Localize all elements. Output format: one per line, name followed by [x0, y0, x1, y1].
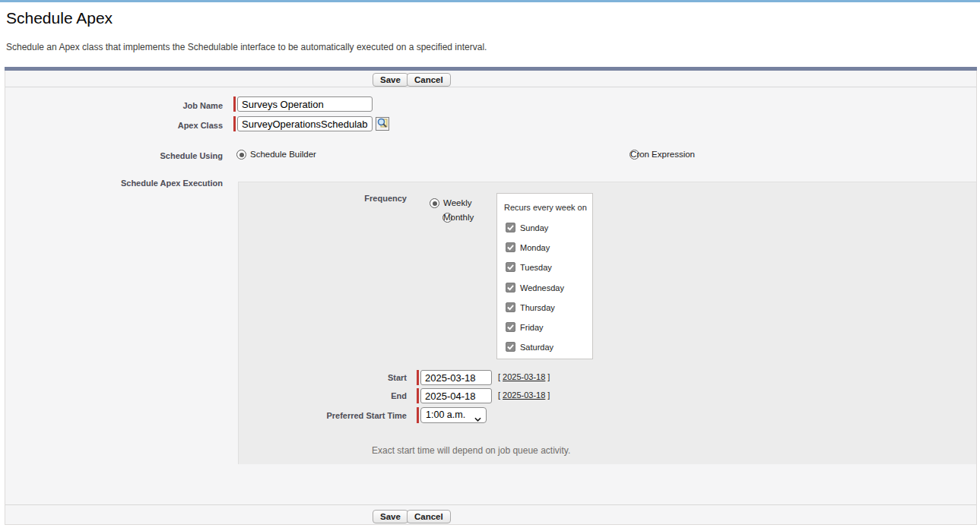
end-bracket-open: [: [498, 390, 500, 400]
start-required-marker: [417, 370, 419, 385]
day-checkbox-friday[interactable]: [506, 322, 515, 332]
start-bracket-open: [: [498, 372, 500, 381]
save-button-top[interactable]: Save: [373, 73, 408, 87]
day-label-friday[interactable]: Friday: [520, 323, 544, 332]
magnifier-lookup-icon: [377, 118, 388, 131]
save-button-bottom[interactable]: Save: [373, 510, 408, 523]
preferred-start-time-value: 1:00 a.m.: [426, 409, 465, 420]
frequency-monthly-radio-label[interactable]: Monthly: [443, 213, 474, 222]
day-checkbox-thursday[interactable]: [506, 302, 515, 312]
job-name-label: Job Name: [5, 101, 223, 110]
end-date-link-wrap: [2025-03-18]: [498, 390, 550, 400]
cron-expression-radio-label[interactable]: Cron Expression: [630, 150, 695, 159]
start-label: Start: [239, 373, 407, 382]
page-description: Schedule an Apex class that implements t…: [6, 42, 487, 52]
job-name-input[interactable]: [237, 96, 373, 112]
day-label-sunday[interactable]: Sunday: [520, 223, 548, 232]
day-checkbox-monday[interactable]: [506, 242, 515, 252]
bottom-divider: [5, 504, 976, 505]
day-checkbox-wednesday[interactable]: [506, 283, 515, 292]
preferred-start-time-label: Preferred Start Time: [239, 411, 407, 420]
app-header-strip: [0, 0, 980, 2]
schedule-builder-radio[interactable]: [236, 150, 246, 160]
day-checkbox-sunday[interactable]: [506, 223, 515, 232]
preferred-start-time-select[interactable]: 1:00 a.m.: [420, 407, 487, 423]
start-date-input[interactable]: [420, 370, 492, 385]
top-button-row: Save Cancel: [5, 71, 976, 87]
end-today-link[interactable]: 2025-03-18: [503, 390, 545, 400]
chevron-down-icon: [474, 413, 481, 424]
day-label-saturday[interactable]: Saturday: [520, 343, 553, 352]
apex-class-required-marker: [233, 116, 236, 131]
day-label-tuesday[interactable]: Tuesday: [520, 263, 552, 272]
job-name-required-marker: [233, 96, 236, 112]
recurs-weekly-box: Recurs every week on Sunday Monday Tuesd…: [496, 193, 593, 359]
schedule-builder-radio-label[interactable]: Schedule Builder: [250, 150, 316, 159]
frequency-label: Frequency: [239, 194, 407, 203]
day-label-thursday[interactable]: Thursday: [520, 303, 555, 312]
apex-class-label: Apex Class: [5, 121, 223, 130]
end-label: End: [239, 391, 407, 400]
day-label-wednesday[interactable]: Wednesday: [520, 283, 564, 292]
apex-class-lookup-button[interactable]: [376, 117, 389, 131]
schedule-apex-form-section: Save Cancel Job Name Apex Class Schedule…: [5, 67, 977, 525]
frequency-weekly-radio[interactable]: [430, 198, 439, 208]
recurs-title: Recurs every week on: [504, 203, 587, 212]
schedule-apex-execution-label: Schedule Apex Execution: [5, 179, 223, 188]
start-bracket-close: ]: [547, 372, 550, 381]
cancel-button-top[interactable]: Cancel: [407, 73, 451, 87]
end-required-marker: [417, 388, 419, 403]
schedule-builder-panel: Frequency Weekly Monthly Recurs every we…: [238, 182, 976, 464]
frequency-weekly-radio-label[interactable]: Weekly: [443, 198, 472, 207]
cancel-button-bottom[interactable]: Cancel: [407, 510, 451, 523]
day-checkbox-tuesday[interactable]: [506, 262, 515, 272]
day-checkbox-saturday[interactable]: [506, 342, 515, 352]
end-date-input[interactable]: [420, 388, 492, 403]
apex-class-input[interactable]: [237, 116, 373, 131]
preferred-start-time-required-marker: [417, 407, 419, 423]
end-bracket-close: ]: [547, 390, 550, 400]
queue-activity-note: Exact start time will depend on job queu…: [372, 445, 570, 456]
page-title: Schedule Apex: [6, 9, 113, 27]
schedule-using-label: Schedule Using: [5, 151, 223, 160]
start-today-link[interactable]: 2025-03-18: [503, 372, 545, 381]
start-date-link-wrap: [2025-03-18]: [498, 372, 550, 381]
day-label-monday[interactable]: Monday: [520, 243, 550, 252]
